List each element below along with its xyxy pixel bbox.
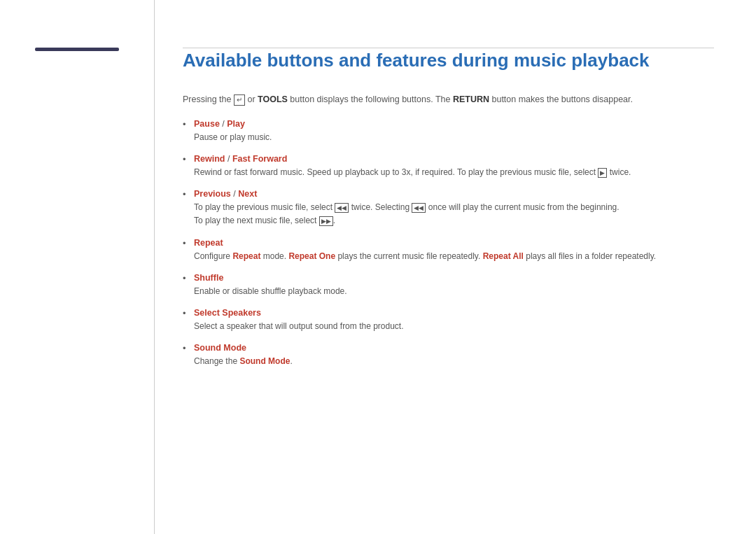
list-item-sound-mode: Sound Mode Change the Sound Mode. [183,343,714,368]
separator: / [231,189,238,199]
item-desc-sound-mode: Change the Sound Mode. [194,355,714,368]
item-title-pause-play: Pause / Play [194,119,714,129]
item-title-part2: Play [227,119,245,129]
return-label: RETURN [453,94,489,104]
tools-label: TOOLS [258,94,288,104]
item-desc-shuffle: Enable or disable shuffle playback mode. [194,285,714,298]
sound-mode-highlight: Sound Mode [239,356,290,366]
item-desc-repeat: Configure Repeat mode. Repeat One plays … [194,250,714,263]
list-item-prev-next: Previous / Next To play the previous mus… [183,189,714,227]
item-title-select-speakers: Select Speakers [194,308,714,318]
item-title-speakers-label: Select Speakers [194,308,261,318]
list-item-pause-play: Pause / Play Pause or play music. [183,119,714,144]
list-item-select-speakers: Select Speakers Select a speaker that wi… [183,308,714,333]
sidebar-bar [35,48,119,51]
item-title-rewind: Rewind [194,154,225,164]
item-title-shuffle: Shuffle [194,273,714,283]
item-title-next: Next [238,189,257,199]
content-area: Available buttons and features during mu… [154,0,756,534]
item-title-shuffle-label: Shuffle [194,273,223,283]
item-desc-pause-play: Pause or play music. [194,131,714,144]
play-icon: ▶ [598,168,607,178]
intro-text: Pressing the ↵ or TOOLS button displays … [183,92,714,106]
item-title-prev-next: Previous / Next [194,189,714,199]
item-title-sound-mode-label: Sound Mode [194,343,246,353]
top-line [183,48,714,48]
list-item-repeat: Repeat Configure Repeat mode. Repeat One… [183,238,714,263]
page-container: Available buttons and features during mu… [0,0,756,534]
item-desc-rewind-ff: Rewind or fast forward music. Speed up p… [194,166,714,179]
enter-icon: ↵ [234,94,245,106]
item-desc-select-speakers: Select a speaker that will output sound … [194,320,714,333]
item-title-part1: Pause [194,119,220,129]
rewind-icon2: ◀◀ [412,203,426,213]
separator: / [220,119,227,129]
item-title-repeat: Repeat [194,238,714,248]
repeat-one-highlight: Repeat One [288,251,335,261]
item-desc-prev-next: To play the previous music file, select … [194,201,714,227]
list-item-shuffle: Shuffle Enable or disable shuffle playba… [183,273,714,298]
item-title-ff: Fast Forward [232,154,288,164]
page-title: Available buttons and features during mu… [183,49,714,73]
item-title-rewind-ff: Rewind / Fast Forward [194,154,714,164]
rewind-icon: ◀◀ [335,203,349,213]
item-title-sound-mode: Sound Mode [194,343,714,353]
feature-list: Pause / Play Pause or play music. Rewind… [183,119,714,369]
sidebar [0,0,154,534]
separator: / [225,154,232,164]
item-title-repeat-label: Repeat [194,238,223,248]
item-title-previous: Previous [194,189,231,199]
list-item-rewind-ff: Rewind / Fast Forward Rewind or fast for… [183,154,714,179]
repeat-all-highlight: Repeat All [483,251,524,261]
repeat-highlight: Repeat [232,251,260,261]
fast-forward-icon: ▶▶ [319,216,333,227]
